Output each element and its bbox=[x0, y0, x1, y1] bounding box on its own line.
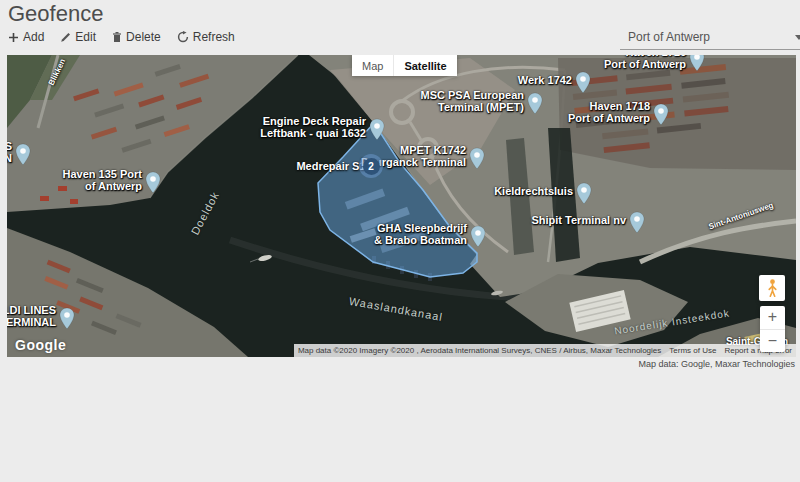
map-pin-icon-shipit-terminal[interactable] bbox=[629, 211, 645, 234]
google-logo[interactable]: Google bbox=[15, 337, 66, 353]
map-marker-label-engine-deck-repair: Engine Deck RepairLeftbank - quai 1632 bbox=[260, 115, 366, 139]
map-pin-icon-haven-135[interactable] bbox=[145, 171, 161, 194]
plus-icon bbox=[8, 32, 19, 43]
map-text-noordelijk-insteekdok: Noordelijk Insteekdok bbox=[614, 307, 731, 336]
pegman-control[interactable] bbox=[759, 275, 785, 301]
map-text-blikken: Blikken bbox=[47, 57, 68, 87]
map-pin-icon-haven-1718[interactable] bbox=[653, 103, 669, 126]
map-attribution: Map data ©2020 Imagery ©2020 , Aerodata … bbox=[294, 344, 796, 357]
map-text-doeldok: Doeldok bbox=[189, 189, 222, 236]
map-pin-icon-rs-en[interactable] bbox=[15, 143, 31, 166]
attribution-text: Map data ©2020 Imagery ©2020 , Aerodata … bbox=[294, 344, 665, 357]
map-type-satellite-button[interactable]: Satellite bbox=[394, 55, 456, 76]
add-button[interactable]: Add bbox=[8, 30, 44, 44]
map-marker-label-maldi-lines-terminal: MALDI LINESTERMINAL bbox=[7, 304, 56, 328]
map-type-map-button[interactable]: Map bbox=[352, 55, 394, 76]
toolbar: Add Edit Delete Refresh bbox=[8, 30, 235, 44]
map-marker-label-werk-1742: Werk 1742 bbox=[518, 74, 572, 86]
refresh-label: Refresh bbox=[193, 30, 235, 44]
map-pin-icon-haven-1716[interactable] bbox=[689, 55, 705, 72]
map-marker-label-haven-1716: Haven 1716Port of Antwerp bbox=[604, 55, 686, 70]
map-marker-label-msc-psa-terminal: MSC PSA EuropeanTerminal (MPET) bbox=[421, 89, 525, 113]
map-pin-icon-werk-1742[interactable] bbox=[575, 71, 591, 94]
below-map-attribution: Map data: Google, Maxar Technologies bbox=[639, 359, 795, 369]
map-marker-label-rs-en: RSEN bbox=[7, 140, 12, 164]
refresh-icon bbox=[177, 31, 189, 43]
map-marker-label-shipit-terminal: Shipit Terminal nv bbox=[531, 214, 626, 226]
delete-button[interactable]: Delete bbox=[112, 30, 161, 44]
edit-button[interactable]: Edit bbox=[60, 30, 96, 44]
map-marker-label-haven-135: Haven 135 Portof Antwerp bbox=[63, 168, 142, 192]
map-pin-icon-gha-sleepbedrijf[interactable] bbox=[470, 225, 486, 248]
map-type-control: Map Satellite bbox=[352, 55, 457, 76]
delete-label: Delete bbox=[126, 30, 161, 44]
add-label: Add bbox=[23, 30, 44, 44]
map-marker-label-gha-sleepbedrijf: GHA Sleepbedrijf& Brabo Boatman bbox=[374, 222, 467, 246]
map-text-medrepair: Medrepair S1 bbox=[296, 160, 365, 172]
map-pin-icon-kieldrechtsluis[interactable] bbox=[576, 182, 592, 205]
refresh-button[interactable]: Refresh bbox=[177, 30, 235, 44]
map-marker-label-kieldrechtsluis: Kieldrechtsluis bbox=[494, 185, 573, 197]
map-pin-icon-msc-psa-terminal[interactable] bbox=[527, 92, 543, 115]
pencil-icon bbox=[60, 32, 71, 43]
map-text-sint-antoniusweg: Sint-Antoniusweg bbox=[707, 201, 774, 232]
trash-icon bbox=[112, 31, 122, 43]
region-select-value: Port of Antwerp bbox=[628, 30, 710, 44]
map-text-waaslandkanaal: Waaslandkanaal bbox=[348, 295, 444, 323]
map-marker-label-haven-1718: Haven 1718Port of Antwerp bbox=[568, 100, 650, 124]
zoom-out-button[interactable]: − bbox=[760, 329, 785, 353]
terms-of-use-link[interactable]: Terms of Use bbox=[665, 344, 720, 357]
cluster-marker[interactable]: 2 bbox=[359, 154, 383, 178]
map-canvas[interactable]: Engine Deck RepairLeftbank - quai 1632MS… bbox=[7, 55, 796, 357]
edit-label: Edit bbox=[75, 30, 96, 44]
markers-layer: Engine Deck RepairLeftbank - quai 1632MS… bbox=[7, 55, 796, 357]
map-pin-icon-mpet-k1742[interactable] bbox=[469, 147, 485, 170]
zoom-control: + − bbox=[760, 306, 785, 352]
zoom-in-button[interactable]: + bbox=[760, 306, 785, 329]
map-pin-icon-engine-deck-repair[interactable] bbox=[369, 118, 385, 141]
map-pin-icon-maldi-lines-terminal[interactable] bbox=[59, 307, 75, 330]
region-select[interactable]: Port of Antwerp bbox=[620, 27, 800, 50]
pegman-icon bbox=[766, 278, 779, 298]
cluster-count: 2 bbox=[363, 158, 380, 175]
page-title: Geofence bbox=[8, 1, 103, 27]
caret-down-icon bbox=[795, 35, 800, 40]
